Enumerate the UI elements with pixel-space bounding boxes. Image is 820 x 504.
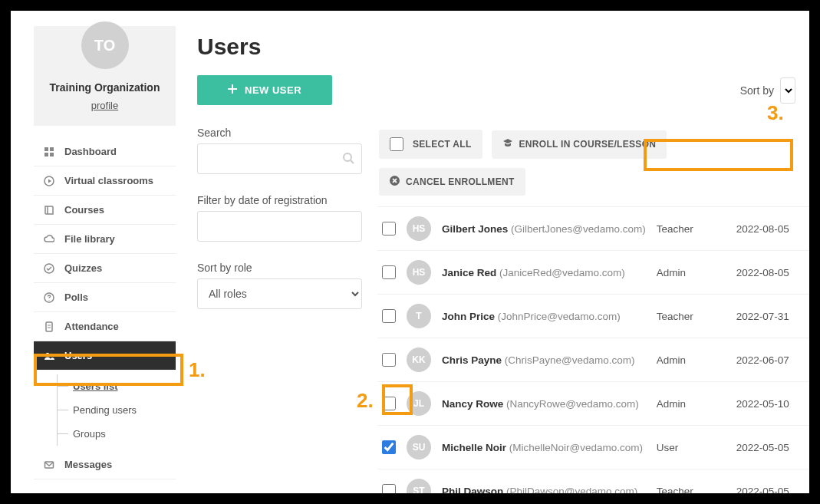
svg-line-15	[351, 160, 354, 163]
sort-by-select[interactable]	[780, 77, 795, 104]
user-date-cell: 2022-07-31	[736, 311, 805, 322]
sidebar-item-users[interactable]: Users	[34, 341, 176, 370]
table-row: STPhil Dawson (PhilDawson@vedamo.com)Tea…	[377, 469, 809, 493]
table-row: HSGilbert Jones (GilbertJones@vedamo.com…	[377, 206, 809, 250]
org-card: TO Training Organization profile	[34, 26, 176, 126]
nav-label: Polls	[64, 292, 88, 303]
table-row: KKChris Payne (ChrisPayne@vedamo.com)Adm…	[377, 338, 809, 381]
org-name: Training Organization	[41, 81, 168, 94]
user-name-cell[interactable]: Nancy Rowe (NancyRowe@vedamo.com)	[442, 398, 646, 410]
users-list: SELECT ALL ENROLL IN COURSE/LESSON CANCE…	[377, 127, 809, 493]
svg-rect-1	[50, 147, 54, 151]
nav-label: Attendance	[64, 321, 119, 332]
sidebar-subitem-groups[interactable]: Groups	[58, 422, 176, 446]
enroll-button[interactable]: ENROLL IN COURSE/LESSON	[492, 130, 667, 159]
row-checkbox[interactable]	[382, 353, 396, 367]
row-checkbox[interactable]	[382, 265, 396, 279]
select-all-label: SELECT ALL	[413, 139, 472, 150]
user-avatar: SU	[407, 435, 431, 460]
sidebar-item-quizzes[interactable]: Quizzes	[34, 254, 176, 283]
user-name-cell[interactable]: Gilbert Jones (GilbertJones@vedamo.com)	[442, 223, 646, 235]
user-role-cell: Teacher	[657, 223, 726, 235]
user-avatar: JL	[407, 391, 431, 416]
role-filter-select[interactable]: All roles	[197, 278, 362, 309]
svg-rect-8	[46, 322, 52, 331]
grid-icon	[43, 147, 55, 157]
nav-label: Users	[64, 350, 92, 361]
play-icon	[43, 176, 55, 186]
sidebar: TO Training Organization profile Dashboa…	[11, 11, 183, 493]
search-label: Search	[197, 127, 362, 139]
user-avatar: HS	[407, 216, 431, 241]
row-checkbox[interactable]	[382, 484, 396, 493]
table-row: JLNancy Rowe (NancyRowe@vedamo.com)Admin…	[377, 381, 809, 425]
user-role-cell: Admin	[657, 267, 726, 278]
user-avatar: HS	[407, 260, 431, 285]
org-profile-link[interactable]: profile	[91, 100, 118, 111]
cancel-enrollment-button[interactable]: CANCEL ENROLLMENT	[379, 168, 525, 196]
filters-panel: Search Filter by date of registration So…	[197, 127, 362, 493]
user-avatar: KK	[407, 348, 431, 372]
user-date-cell: 2022-08-05	[736, 267, 805, 278]
user-avatar: ST	[407, 479, 431, 493]
role-filter-label: Sort by role	[197, 262, 362, 274]
table-row: TJohn Price (JohnPrice@vedamo.com)Teache…	[377, 294, 809, 338]
enroll-label: ENROLL IN COURSE/LESSON	[519, 139, 657, 150]
new-user-button[interactable]: NEW USER	[197, 75, 332, 105]
search-icon	[342, 152, 354, 167]
mail-icon	[43, 460, 55, 470]
user-name-cell[interactable]: Chris Payne (ChrisPayne@vedamo.com)	[442, 354, 646, 366]
date-filter-input[interactable]	[197, 211, 362, 242]
row-checkbox[interactable]	[382, 222, 396, 236]
sort-by-control: Sort by	[740, 77, 795, 104]
sidebar-item-polls[interactable]: Polls	[34, 283, 176, 312]
sidebar-item-courses[interactable]: Courses	[34, 196, 176, 225]
sidebar-item-dashboard[interactable]: Dashboard	[34, 137, 176, 166]
search-input[interactable]	[197, 143, 362, 174]
row-checkbox[interactable]	[382, 440, 396, 454]
user-name-cell[interactable]: Janice Red (JaniceRed@vedamo.com)	[442, 267, 646, 278]
main-content: Users NEW USER Sort by Search	[183, 11, 809, 493]
svg-rect-0	[44, 147, 48, 151]
user-name-cell[interactable]: Phil Dawson (PhilDawson@vedamo.com)	[442, 486, 646, 494]
svg-point-12	[50, 353, 53, 356]
select-all-checkbox[interactable]	[390, 137, 403, 151]
org-avatar: TO	[81, 21, 129, 69]
nav-label: File library	[64, 233, 115, 245]
user-date-cell: 2022-05-05	[736, 486, 805, 494]
sidebar-subitem-pending-users[interactable]: Pending users	[58, 398, 176, 422]
row-checkbox[interactable]	[382, 397, 396, 410]
help-icon	[43, 292, 55, 303]
main-nav: DashboardVirtual classroomsCoursesFile l…	[34, 137, 176, 479]
sort-by-label: Sort by	[740, 84, 774, 97]
page-title: Users	[197, 34, 795, 60]
sidebar-item-attendance[interactable]: Attendance	[34, 312, 176, 341]
sidebar-subitem-users-list[interactable]: Users list	[58, 374, 176, 398]
user-date-cell: 2022-06-07	[736, 354, 805, 366]
sidebar-item-virtual-classrooms[interactable]: Virtual classrooms	[34, 166, 176, 196]
list-toolbar: SELECT ALL ENROLL IN COURSE/LESSON CANCE…	[377, 127, 809, 206]
user-role-cell: Teacher	[657, 311, 726, 322]
svg-point-14	[344, 153, 351, 161]
user-name-cell[interactable]: Michelle Noir (MichelleNoir@vedamo.com)	[442, 442, 646, 453]
user-date-cell: 2022-08-05	[736, 223, 805, 235]
sidebar-submenu: Users listPending usersGroups	[57, 374, 176, 446]
nav-label: Dashboard	[64, 146, 117, 157]
user-date-cell: 2022-05-05	[736, 442, 805, 453]
date-filter-label: Filter by date of registration	[197, 194, 362, 206]
sidebar-item-file-library[interactable]: File library	[34, 225, 176, 254]
table-row: SUMichelle Noir (MichelleNoir@vedamo.com…	[377, 425, 809, 469]
cancel-icon	[390, 176, 400, 188]
nav-label: Virtual classrooms	[64, 175, 153, 186]
svg-rect-3	[50, 153, 54, 156]
cancel-label: CANCEL ENROLLMENT	[406, 176, 515, 187]
user-role-cell: Admin	[657, 398, 726, 410]
row-checkbox[interactable]	[382, 309, 396, 323]
doc-icon	[43, 321, 55, 332]
sidebar-item-messages[interactable]: Messages	[34, 450, 176, 479]
nav-label: Courses	[64, 204, 104, 216]
user-name-cell[interactable]: John Price (JohnPrice@vedamo.com)	[442, 311, 646, 322]
select-all-group: SELECT ALL	[379, 130, 482, 159]
user-role-cell: Admin	[657, 354, 726, 366]
nav-label: Messages	[64, 459, 112, 470]
